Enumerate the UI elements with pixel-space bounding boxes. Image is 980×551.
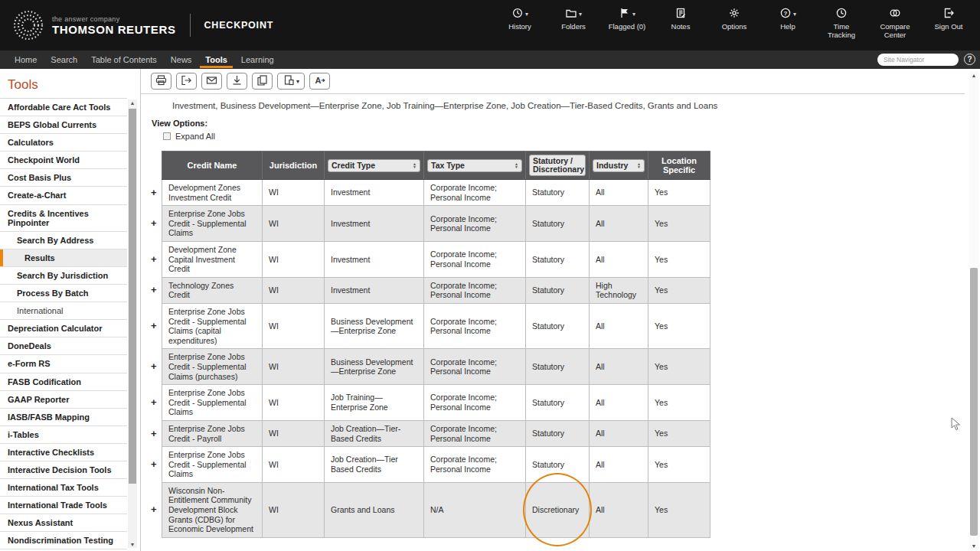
table-row: Wisconsin Non-Entitlement Community Deve… [162,482,710,537]
nav-tab-learning[interactable]: Learning [234,51,281,69]
download-button[interactable] [227,73,247,90]
nav-tab-news[interactable]: News [164,51,199,69]
filter-dropdown-industry[interactable]: Industry▲▼ [593,159,645,172]
cell-statutory: Statutory [526,385,590,421]
sidebar-item-results[interactable]: Results [0,249,127,267]
cell-text: All [596,219,605,228]
sidebar-item-i-tables[interactable]: i-Tables [0,426,127,444]
sidebar-item-label: GAAP Reporter [8,395,69,404]
cell-industry: All [590,206,648,242]
cell-jurisdiction: WI [263,349,325,385]
sidebar-item-nondiscrimination-testing[interactable]: Nondiscrimination Testing [0,532,127,549]
table-row: Technology Zones Credit+WIInvestmentCorp… [162,277,710,303]
expand-row-button[interactable]: + [151,217,157,230]
print-button[interactable] [151,73,172,90]
sidebar-item-nexus-assistant[interactable]: Nexus Assistant [0,514,127,532]
cell-text: Statutory [532,187,564,197]
cell-text: All [596,362,605,371]
text-size-button[interactable]: A [309,73,330,90]
scroll-down-icon[interactable]: ▼ [128,542,137,547]
header-tool-folders[interactable]: ▾Folders [553,8,594,31]
cell-text: Corporate Income; Personal Income [430,183,497,202]
cell-text: Statutory [532,398,564,407]
expand-row-button[interactable]: + [151,504,157,517]
sidebar-item-donedeals[interactable]: DoneDeals [0,337,127,355]
cell-text: All [596,187,605,197]
table-header-row: Credit NameJurisdictionCredit Type▲▼Tax … [162,152,710,180]
main-scrollbar[interactable]: ▲ ▼ [969,72,978,549]
header-tool-time-tracking[interactable]: Time Tracking [821,8,862,40]
sidebar-item-create-a-chart[interactable]: Create-a-Chart [0,187,127,204]
filter-dropdown-credit-type[interactable]: Credit Type▲▼ [328,159,420,172]
nav-tab-home[interactable]: Home [8,51,44,69]
sidebar-item-international[interactable]: International [0,302,127,320]
copy-button[interactable] [252,73,273,90]
sidebar-item-e-form-rs[interactable]: e-Form RS [0,355,127,373]
cell-statutory: Discretionary [526,482,590,537]
expand-row-button[interactable]: + [151,360,157,373]
sidebar-item-international-trade-tools[interactable]: International Trade Tools [0,497,127,514]
sidebar-item-depreciation-calculator[interactable]: Depreciation Calculator [0,320,127,337]
main-scroll-thumb[interactable] [970,268,978,536]
cell-industry: All [590,242,648,278]
cell-text: High Technology [596,281,636,300]
column-header-tax-type: Tax Type▲▼ [424,152,526,180]
brand-divider [190,14,191,37]
nav-tab-search[interactable]: Search [44,51,84,69]
copy-page-button[interactable]: ▾ [277,73,305,90]
sidebar-item-beps-global-currents[interactable]: BEPS Global Currents [0,116,127,134]
cell-text: Corporate Income; Personal Income [430,393,497,412]
filter-dropdown-tax-type[interactable]: Tax Type▲▼ [427,159,522,172]
sidebar-scrollbar[interactable]: ▲ ▼ [128,99,137,548]
expand-row-button[interactable]: + [151,285,157,297]
expand-row-button[interactable]: + [151,396,157,409]
sidebar-item-iasb-fasb-mapping[interactable]: IASB/FASB Mapping [0,409,127,426]
site-navigator-input[interactable] [877,54,959,66]
sidebar-item-interactive-checklists[interactable]: Interactive Checklists [0,444,127,461]
cell-text: Investment [331,285,370,295]
filter-dropdown-statutory-discretionary[interactable]: Statutory / Discretionary▲▼ [529,155,586,176]
table-row: Enterprise Zone Jobs Credit - Payroll+WI… [162,420,710,446]
sidebar-item-international-tax-tools[interactable]: International Tax Tools [0,479,127,497]
expand-row-button[interactable]: + [151,320,157,332]
email-icon [205,74,218,89]
sidebar-item-cost-basis-plus[interactable]: Cost Basis Plus [0,169,127,187]
expand-row-button[interactable]: + [151,187,157,199]
nav-tab-tools[interactable]: Tools [198,51,234,69]
header-tool-history[interactable]: ▾History [499,8,541,31]
sidebar-item-affordable-care-act-tools[interactable]: Affordable Care Act Tools [0,99,127,116]
email-button[interactable] [201,73,222,90]
header-tool-flagged-0[interactable]: ▾Flagged (0) [606,8,648,31]
header-tool-options[interactable]: Options [714,8,755,31]
cell-text: WI [269,285,279,295]
scroll-up-icon[interactable]: ▲ [128,100,137,106]
sidebar-item-search-by-jurisdiction[interactable]: Search By Jurisdiction [0,267,127,285]
expand-row-button[interactable]: + [151,253,157,266]
sidebar-item-search-by-address[interactable]: Search By Address [0,232,127,249]
sidebar-item-credits-incentives-pinpointer[interactable]: Credits & Incentives Pinpointer [0,205,127,232]
sidebar-item-calculators[interactable]: Calculators [0,134,127,152]
header-tool-compare-center[interactable]: Compare Center [874,8,916,40]
sidebar-item-checkpoint-world[interactable]: Checkpoint World [0,152,127,169]
nav-tab-table-of-contents[interactable]: Table of Contents [84,51,164,69]
export-button[interactable] [176,73,197,90]
sidebar-item-process-by-batch[interactable]: Process By Batch [0,285,127,302]
expand-row-button[interactable]: + [151,428,157,440]
sidebar-scroll-thumb[interactable] [129,109,136,484]
chevron-down-icon: ▾ [525,11,528,18]
cell-tax-type: Corporate Income; Personal Income [424,180,526,206]
header-tool-sign-out[interactable]: Sign Out [928,8,969,31]
header-tool-help[interactable]: ?▾Help [767,8,808,31]
expand-row-button[interactable]: + [151,458,157,471]
sidebar-item-interactive-decision-tools[interactable]: Interactive Decision Tools [0,461,127,479]
cell-credit-name: Development Zone Capital Investment Cred… [162,242,263,278]
scroll-down-icon[interactable]: ▼ [969,543,978,549]
sidebar-item-label: International Trade Tools [8,500,107,510]
expand-all-checkbox[interactable] [163,132,171,140]
sidebar-item-gaap-reporter[interactable]: GAAP Reporter [0,391,127,409]
nav-help-icon[interactable]: ? [964,54,975,65]
scroll-up-icon[interactable]: ▲ [969,73,978,78]
header-tool-notes[interactable]: Notes [660,8,701,31]
column-header-jurisdiction: Jurisdiction [263,152,325,180]
sidebar-item-fasb-codification[interactable]: FASB Codification [0,373,127,391]
